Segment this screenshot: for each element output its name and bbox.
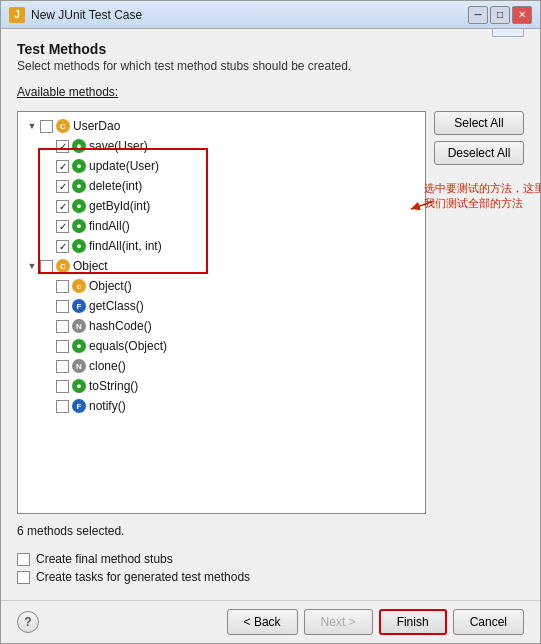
tree-item-update[interactable]: ● update(User)	[18, 156, 425, 176]
label-tostring: toString()	[89, 379, 138, 393]
label-update: update(User)	[89, 159, 159, 173]
finish-button[interactable]: Finish	[379, 609, 447, 635]
minimize-button[interactable]: ─	[468, 6, 488, 24]
spacer	[42, 320, 54, 332]
maximize-button[interactable]: □	[490, 6, 510, 24]
create-tasks-row[interactable]: Create tasks for generated test methods	[17, 570, 524, 584]
cancel-button[interactable]: Cancel	[453, 609, 524, 635]
methods-area: ▼ C UserDao ● save(User)	[17, 111, 524, 514]
create-tasks-checkbox[interactable]	[17, 571, 30, 584]
method-icon-clone: N	[72, 359, 86, 373]
class-icon-object: C	[56, 259, 70, 273]
checkbox-object[interactable]	[40, 260, 53, 273]
help-button[interactable]: ?	[17, 611, 39, 633]
spacer	[42, 220, 54, 232]
create-tasks-label: Create tasks for generated test methods	[36, 570, 250, 584]
tree-item-object[interactable]: ▼ C Object	[18, 256, 425, 276]
tree-item-objectctor[interactable]: c Object()	[18, 276, 425, 296]
select-all-button[interactable]: Select All	[434, 111, 524, 135]
label-findall1: findAll()	[89, 219, 130, 233]
method-icon-objectctor: c	[72, 279, 86, 293]
checkbox-clone[interactable]	[56, 360, 69, 373]
label-hashcode: hashCode()	[89, 319, 152, 333]
window-title: New JUnit Test Case	[31, 8, 142, 22]
spacer	[42, 300, 54, 312]
label-userdao: UserDao	[73, 119, 120, 133]
label-findall2: findAll(int, int)	[89, 239, 162, 253]
checkbox-equals[interactable]	[56, 340, 69, 353]
tree-item-delete[interactable]: ● delete(int)	[18, 176, 425, 196]
tree-item-save[interactable]: ● save(User)	[18, 136, 425, 156]
label-getbyid: getById(int)	[89, 199, 150, 213]
checkbox-tostring[interactable]	[56, 380, 69, 393]
tree-item-findall2[interactable]: ● findAll(int, int)	[18, 236, 425, 256]
spacer	[42, 360, 54, 372]
tree-container[interactable]: ▼ C UserDao ● save(User)	[17, 111, 426, 514]
header-text: Test Methods Select methods for which te…	[17, 41, 492, 77]
close-button[interactable]: ✕	[512, 6, 532, 24]
label-object: Object	[73, 259, 108, 273]
method-icon-hashcode: N	[72, 319, 86, 333]
title-bar: J New JUnit Test Case ─ □ ✕	[1, 1, 540, 29]
method-icon-save: ●	[72, 139, 86, 153]
section-desc: Select methods for which test method stu…	[17, 59, 492, 73]
checkbox-update[interactable]	[56, 160, 69, 173]
checkbox-findall1[interactable]	[56, 220, 69, 233]
status-text: 6 methods selected.	[17, 522, 524, 540]
spacer	[42, 200, 54, 212]
checkbox-hashcode[interactable]	[56, 320, 69, 333]
tree-item-clone[interactable]: N clone()	[18, 356, 425, 376]
label-objectctor: Object()	[89, 279, 132, 293]
tree-item-getbyid[interactable]: ● getById(int)	[18, 196, 425, 216]
section-icon	[492, 29, 524, 37]
spacer	[42, 280, 54, 292]
method-icon-findall2: ●	[72, 239, 86, 253]
available-methods-label: Available methods:	[17, 85, 524, 99]
footer: ? < Back Next > Finish Cancel	[1, 600, 540, 643]
spacer	[42, 180, 54, 192]
method-icon-update: ●	[72, 159, 86, 173]
label-clone: clone()	[89, 359, 126, 373]
section-title: Test Methods	[17, 41, 492, 57]
checkbox-findall2[interactable]	[56, 240, 69, 253]
label-notify: notify()	[89, 399, 126, 413]
checkbox-delete[interactable]	[56, 180, 69, 193]
window-icon: J	[9, 7, 25, 23]
checkbox-objectctor[interactable]	[56, 280, 69, 293]
method-icon-tostring: ●	[72, 379, 86, 393]
next-button[interactable]: Next >	[304, 609, 373, 635]
main-window: J New JUnit Test Case ─ □ ✕ Test Methods…	[0, 0, 541, 644]
back-button[interactable]: < Back	[227, 609, 298, 635]
footer-buttons: < Back Next > Finish Cancel	[227, 609, 524, 635]
tree-item-notify[interactable]: F notify()	[18, 396, 425, 416]
method-icon-notify: F	[72, 399, 86, 413]
expand-icon: ▼	[26, 120, 38, 132]
spacer	[42, 340, 54, 352]
checkbox-notify[interactable]	[56, 400, 69, 413]
checkbox-save[interactable]	[56, 140, 69, 153]
spacer	[42, 160, 54, 172]
method-icon-findall1: ●	[72, 219, 86, 233]
spacer	[42, 140, 54, 152]
spacer	[42, 240, 54, 252]
tree-item-findall1[interactable]: ● findAll()	[18, 216, 425, 236]
deselect-all-button[interactable]: Deselect All	[434, 141, 524, 165]
checkbox-userdao[interactable]	[40, 120, 53, 133]
method-icon-getbyid: ●	[72, 199, 86, 213]
expand-icon-object: ▼	[26, 260, 38, 272]
tree-item-tostring[interactable]: ● toString()	[18, 376, 425, 396]
class-icon-userdao: C	[56, 119, 70, 133]
create-final-row[interactable]: Create final method stubs	[17, 552, 524, 566]
create-final-checkbox[interactable]	[17, 553, 30, 566]
tree-item-getclass[interactable]: F getClass()	[18, 296, 425, 316]
method-icon-delete: ●	[72, 179, 86, 193]
tree-item-userdao[interactable]: ▼ C UserDao	[18, 116, 425, 136]
checkboxes-area: Create final method stubs Create tasks f…	[17, 548, 524, 588]
label-equals: equals(Object)	[89, 339, 167, 353]
create-final-label: Create final method stubs	[36, 552, 173, 566]
checkbox-getbyid[interactable]	[56, 200, 69, 213]
tree-item-hashcode[interactable]: N hashCode()	[18, 316, 425, 336]
checkbox-getclass[interactable]	[56, 300, 69, 313]
sidebar-buttons: Select All Deselect All	[434, 111, 524, 514]
tree-item-equals[interactable]: ● equals(Object)	[18, 336, 425, 356]
